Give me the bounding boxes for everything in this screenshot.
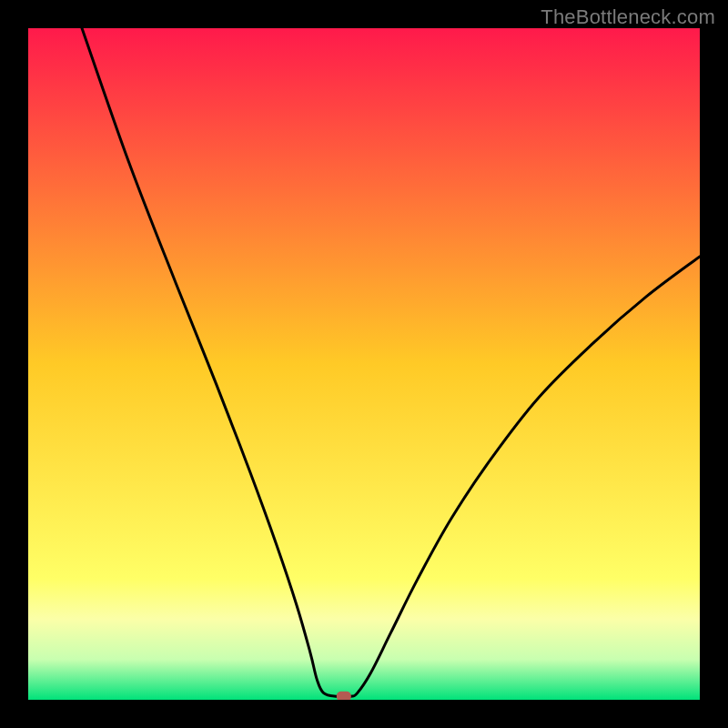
bottleneck-chart bbox=[0, 0, 728, 728]
watermark-text: TheBottleneck.com bbox=[541, 5, 715, 29]
optimal-point-marker bbox=[337, 692, 351, 702]
chart-frame: TheBottleneck.com bbox=[0, 0, 728, 728]
plot-background bbox=[28, 28, 700, 700]
